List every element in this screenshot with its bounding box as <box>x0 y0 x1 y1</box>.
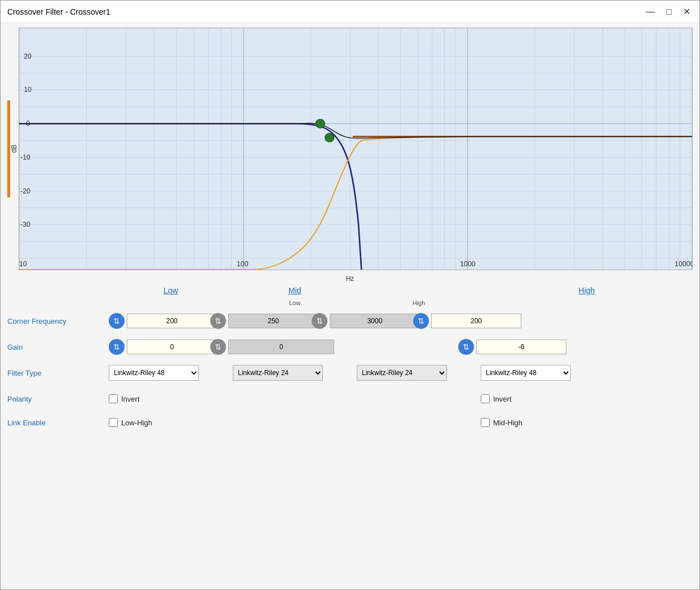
high-filter-group: Linkwitz-Riley 48 Linkwitz-Riley 24 Link… <box>481 365 605 381</box>
mid-high-link-checkbox[interactable] <box>481 418 490 427</box>
mid-gain-input[interactable] <box>228 340 334 354</box>
svg-point-53 <box>325 133 334 142</box>
low-gain-group: ⇅ <box>109 339 210 355</box>
low-invert-checkbox[interactable] <box>109 394 118 403</box>
svg-rect-0 <box>19 28 692 270</box>
polarity-row: Polarity Invert Invert <box>7 389 693 409</box>
mid-high-filter-select[interactable]: Linkwitz-Riley 24 Linkwitz-Riley 48 Link… <box>357 365 447 381</box>
filter-type-row: Filter Type Linkwitz-Riley 48 Linkwitz-R… <box>7 363 693 383</box>
high-channel-header[interactable]: High <box>481 286 693 295</box>
low-high-link-checkbox[interactable] <box>109 418 118 427</box>
polarity-label: Polarity <box>7 395 109 403</box>
svg-text:-20: -20 <box>20 187 30 195</box>
mid-low-corner-freq-spin[interactable]: ⇅ <box>210 313 226 329</box>
mid-high-corner-freq-spin[interactable]: ⇅ <box>312 313 327 329</box>
mid-high-corner-freq-group: ⇅ <box>312 313 413 329</box>
mid-gain-group: ⇅ <box>210 339 334 355</box>
high-corner-freq-spin[interactable]: ⇅ <box>413 313 429 329</box>
mid-low-corner-freq-input[interactable] <box>228 314 318 328</box>
window-controls: — □ ✕ <box>644 6 693 17</box>
low-high-link-group: Low-High <box>109 418 233 427</box>
low-polarity-group: Invert <box>109 394 233 403</box>
low-channel-header[interactable]: Low <box>109 286 233 295</box>
gain-label: Gain <box>7 343 109 351</box>
low-filter-select[interactable]: Linkwitz-Riley 48 Linkwitz-Riley 24 Link… <box>109 365 199 381</box>
svg-text:-30: -30 <box>20 221 30 229</box>
filter-type-label: Filter Type <box>7 369 109 377</box>
maximize-button[interactable]: □ <box>664 6 674 17</box>
svg-text:100: 100 <box>237 260 249 268</box>
minimize-button[interactable]: — <box>644 6 657 17</box>
mid-low-filter-select[interactable]: Linkwitz-Riley 24 Linkwitz-Riley 48 Link… <box>233 365 323 381</box>
content-area: dB <box>1 23 699 589</box>
corner-frequency-row: Corner Frequency ⇅ ⇅ ⇅ ⇅ <box>7 311 693 331</box>
sub-high-header: High <box>357 300 481 306</box>
close-button[interactable]: ✕ <box>681 6 693 17</box>
low-high-link-label[interactable]: Low-High <box>109 418 233 427</box>
link-enable-label: Link Enable <box>7 419 109 427</box>
high-filter-select[interactable]: Linkwitz-Riley 48 Linkwitz-Riley 24 Link… <box>481 365 571 381</box>
gain-row: Gain ⇅ ⇅ ⇅ <box>7 337 693 357</box>
mid-high-corner-freq-input[interactable] <box>330 314 420 328</box>
low-corner-freq-spin[interactable]: ⇅ <box>109 313 125 329</box>
chart-container: dB <box>7 28 693 270</box>
corner-freq-label: Corner Frequency <box>7 317 109 325</box>
mid-low-corner-freq-group: ⇅ <box>210 313 312 329</box>
link-enable-row: Link Enable Low-High Mid-High <box>7 412 693 433</box>
high-gain-input[interactable] <box>476 340 566 354</box>
high-gain-group: ⇅ <box>458 339 560 355</box>
low-invert-text: Invert <box>121 395 140 403</box>
chart-svg: 20 10 0 -10 -20 -30 10 100 1000 10000 <box>19 28 692 270</box>
high-invert-checkbox[interactable] <box>481 394 490 403</box>
main-window: Crossover Filter - Crossover1 — □ ✕ dB <box>0 0 700 590</box>
empty-col <box>7 286 109 295</box>
svg-text:10: 10 <box>19 260 27 268</box>
empty-col2 <box>357 286 481 295</box>
low-corner-freq-group: ⇅ <box>109 313 210 329</box>
low-corner-freq-input[interactable] <box>127 314 217 328</box>
window-title: Crossover Filter - Crossover1 <box>7 7 110 16</box>
svg-text:20: 20 <box>24 52 32 60</box>
mid-channel-header[interactable]: Mid <box>233 286 357 295</box>
mid-low-filter-group: Linkwitz-Riley 24 Linkwitz-Riley 48 Link… <box>233 365 357 381</box>
high-invert-label[interactable]: Invert <box>481 394 605 403</box>
mid-gain-spin[interactable]: ⇅ <box>210 339 226 355</box>
high-gain-spin[interactable]: ⇅ <box>458 339 474 355</box>
low-invert-label[interactable]: Invert <box>109 394 233 403</box>
y-axis-label: dB <box>7 28 19 270</box>
svg-text:10000: 10000 <box>675 260 692 268</box>
mid-high-filter-group: Linkwitz-Riley 24 Linkwitz-Riley 48 Link… <box>357 365 481 381</box>
low-high-link-text: Low-High <box>121 419 152 427</box>
x-axis-label: Hz <box>7 275 693 283</box>
high-corner-freq-input[interactable] <box>431 314 521 328</box>
low-gain-spin[interactable]: ⇅ <box>109 339 125 355</box>
mid-high-link-label[interactable]: Mid-High <box>481 418 605 427</box>
mid-high-link-text: Mid-High <box>493 419 522 427</box>
high-polarity-group: Invert <box>481 394 605 403</box>
low-gain-input[interactable] <box>127 340 217 354</box>
sub-low-header: Low <box>233 300 357 306</box>
high-corner-freq-group: ⇅ <box>413 313 515 329</box>
low-filter-group: Linkwitz-Riley 48 Linkwitz-Riley 24 Link… <box>109 365 233 381</box>
svg-point-52 <box>316 119 325 128</box>
svg-text:1000: 1000 <box>460 260 476 268</box>
mid-high-link-group: Mid-High <box>481 418 605 427</box>
svg-text:10: 10 <box>24 86 32 94</box>
titlebar: Crossover Filter - Crossover1 — □ ✕ <box>1 1 699 23</box>
high-invert-text: Invert <box>493 395 512 403</box>
svg-text:-10: -10 <box>20 153 30 161</box>
chart-wrapper[interactable]: 20 10 0 -10 -20 -30 10 100 1000 10000 <box>19 28 693 270</box>
